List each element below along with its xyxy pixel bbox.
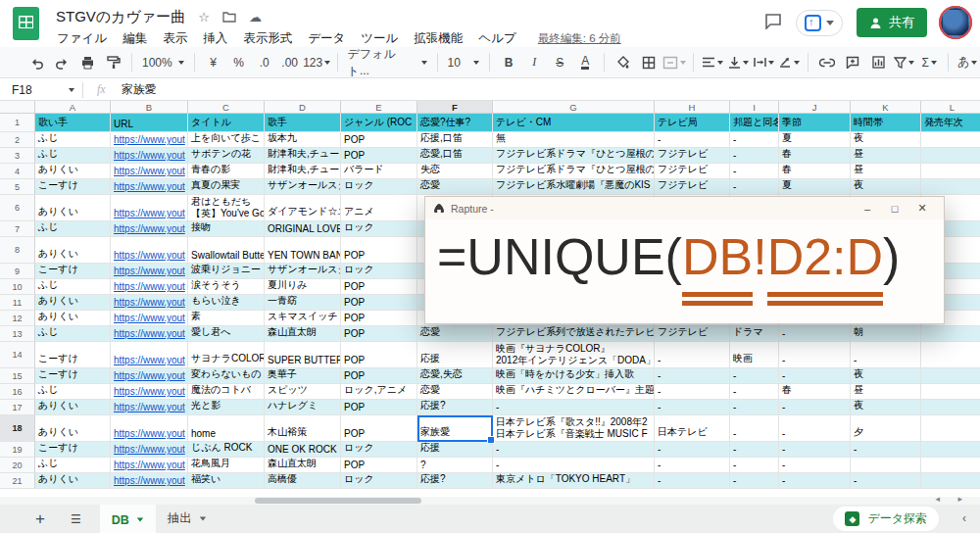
cell-E17[interactable]: POP xyxy=(341,400,417,415)
present-button[interactable] xyxy=(796,10,843,36)
cell-C8[interactable]: Swallowtail Butte xyxy=(188,237,265,264)
cell-D15[interactable]: 奥華子 xyxy=(265,368,341,384)
cell-H20[interactable]: - xyxy=(655,458,730,473)
cell-K4[interactable]: 昼 xyxy=(851,164,921,179)
column-header-A[interactable]: A xyxy=(35,101,111,114)
cell-F21[interactable]: 応援? xyxy=(417,473,493,489)
cell-L2[interactable] xyxy=(921,132,980,148)
cell-E20[interactable]: POP xyxy=(341,458,417,473)
row-header-10[interactable]: 10 xyxy=(0,279,35,295)
cell-B5[interactable]: https://www.yout xyxy=(111,179,188,195)
row-header-17[interactable]: 17 xyxy=(0,400,35,415)
cell-A13[interactable]: ふじ xyxy=(35,326,111,342)
cell-G5[interactable]: フジテレビ系水曜劇場『悪魔のKIS xyxy=(493,179,655,195)
cell-E19[interactable]: ロック xyxy=(341,442,417,458)
cell-E12[interactable]: POP xyxy=(341,311,417,326)
cell-D7[interactable]: ORIGINAL LOVE xyxy=(265,221,341,237)
cell-I13[interactable]: ドラマ xyxy=(730,326,779,342)
cell-J15[interactable]: - xyxy=(779,368,851,384)
increase-decimal-button[interactable]: .00 xyxy=(278,51,302,74)
cell-I2[interactable]: - xyxy=(730,132,779,148)
cell-A20[interactable]: ふじ xyxy=(35,458,111,473)
cell-B1[interactable]: URL xyxy=(111,114,188,132)
cell-D10[interactable]: 夏川りみ xyxy=(265,279,341,295)
cell-A8[interactable]: ありくい xyxy=(35,237,111,264)
cell-D11[interactable]: 一青窈 xyxy=(265,295,341,311)
cell-J2[interactable]: 夏 xyxy=(779,132,851,148)
cell-E7[interactable]: ロック xyxy=(341,221,417,237)
cell-L17[interactable] xyxy=(921,400,980,415)
cell-A11[interactable]: ありくい xyxy=(35,295,111,311)
cell-B21[interactable]: https://www.yout xyxy=(111,473,188,489)
maximize-button[interactable]: □ xyxy=(881,203,908,215)
cell-G4[interactable]: フジテレビ系ドラマ『ひとつ屋根の xyxy=(493,164,655,179)
cell-C1[interactable]: タイトル xyxy=(188,114,265,132)
column-header-J[interactable]: J xyxy=(779,101,851,114)
cell-C15[interactable]: 変わらないもの xyxy=(188,368,265,384)
cell-J21[interactable]: - xyxy=(779,473,851,489)
undo-button[interactable] xyxy=(24,51,48,74)
column-header-F[interactable]: F xyxy=(417,101,493,114)
cell-E15[interactable]: POP xyxy=(341,368,417,384)
cell-B3[interactable]: https://www.yout xyxy=(111,148,188,164)
font-select[interactable]: デフォルト... xyxy=(344,46,431,79)
row-header-1[interactable]: 1 xyxy=(0,114,35,132)
menu-format[interactable]: 表示形式 xyxy=(235,28,300,49)
horizontal-align-button[interactable] xyxy=(701,51,724,74)
cell-F15[interactable]: 恋愛,失恋 xyxy=(417,368,493,384)
decrease-decimal-button[interactable]: .0 xyxy=(253,51,276,74)
cell-B14[interactable]: https://www.yout xyxy=(111,342,188,368)
italic-button[interactable]: I xyxy=(522,51,546,74)
cell-E18[interactable]: POP xyxy=(341,415,417,442)
cell-E8[interactable]: POP xyxy=(341,237,417,264)
cell-G21[interactable]: 東京メトロ「TOKYO HEART」 xyxy=(493,473,655,489)
column-header-I[interactable]: I xyxy=(730,101,779,114)
cell-E4[interactable]: バラード xyxy=(341,164,417,179)
cell-H15[interactable]: - xyxy=(655,368,730,384)
cell-E16[interactable]: ロック,アニメ xyxy=(341,384,417,400)
cell-E21[interactable]: ロック xyxy=(341,473,417,489)
cell-E6[interactable]: アニメ xyxy=(341,195,417,221)
cell-C18[interactable]: home xyxy=(188,415,265,442)
cell-A21[interactable]: ありくい xyxy=(35,473,111,489)
last-edit-link[interactable]: 最終編集: 6 分前 xyxy=(538,31,621,46)
cell-I19[interactable]: - xyxy=(730,442,779,458)
cell-F5[interactable]: 恋愛 xyxy=(417,179,493,195)
merge-cells-button[interactable] xyxy=(662,51,686,74)
cell-E10[interactable]: POP xyxy=(341,279,417,295)
rapture-window[interactable]: Rapture - – □ ✕ =UNIQUE(DB!D2:D) xyxy=(424,196,945,324)
borders-button[interactable] xyxy=(637,51,661,74)
strikethrough-button[interactable]: S xyxy=(548,51,571,74)
cell-C9[interactable]: 波乗りジョニー xyxy=(188,264,265,279)
column-header-K[interactable]: K xyxy=(851,101,921,114)
column-header-D[interactable]: D xyxy=(265,101,341,114)
cell-F17[interactable]: 応援? xyxy=(417,400,493,415)
cell-H2[interactable]: - xyxy=(655,132,730,148)
cell-D2[interactable]: 坂本九 xyxy=(265,132,341,148)
cell-I18[interactable]: - xyxy=(730,415,779,442)
cell-I15[interactable]: - xyxy=(730,368,779,384)
cell-D3[interactable]: 財津和夫,チュー xyxy=(265,148,341,164)
cell-L14[interactable] xyxy=(921,342,980,368)
cell-H4[interactable]: フジテレビ xyxy=(655,164,730,179)
column-header-C[interactable]: C xyxy=(188,101,265,114)
cell-I4[interactable]: - xyxy=(730,164,779,179)
cell-E9[interactable]: ロック xyxy=(341,264,417,279)
cell-A12[interactable]: ありくい xyxy=(35,311,111,326)
cell-A19[interactable]: こーすけ xyxy=(35,442,111,458)
cell-A2[interactable]: ふじ xyxy=(35,132,111,148)
column-header-B[interactable]: B xyxy=(111,101,188,114)
cell-C16[interactable]: 魔法のコトバ xyxy=(188,384,265,400)
cell-J1[interactable]: 季節 xyxy=(779,114,851,132)
select-all-corner[interactable] xyxy=(0,101,35,114)
hide-menus-button[interactable]: ⌃ xyxy=(959,55,968,68)
cell-A16[interactable]: ふじ xyxy=(35,384,111,400)
more-formats-button[interactable]: 123 xyxy=(304,51,330,74)
menu-help[interactable]: ヘルプ xyxy=(470,28,523,49)
row-header-9[interactable]: 9 xyxy=(0,264,35,279)
cell-G17[interactable]: - xyxy=(493,400,655,415)
cell-C12[interactable]: 素 xyxy=(188,311,265,326)
print-button[interactable] xyxy=(75,51,99,74)
cell-K5[interactable]: 夜 xyxy=(851,179,921,195)
cell-D19[interactable]: ONE OK ROCK xyxy=(265,442,341,458)
